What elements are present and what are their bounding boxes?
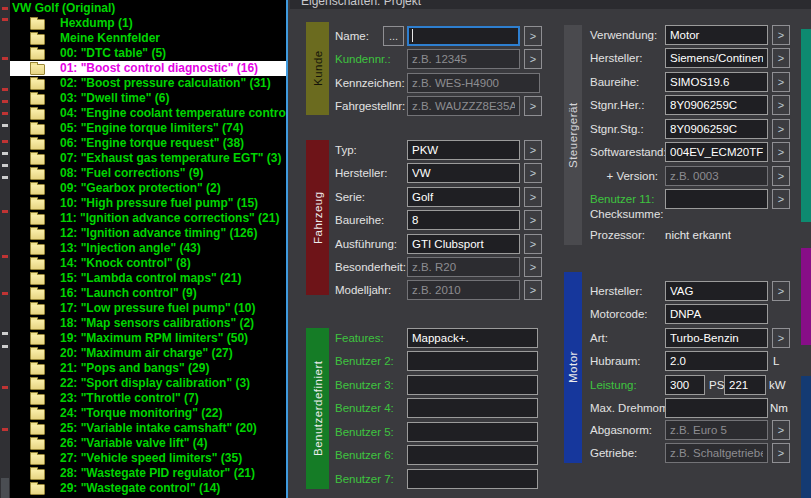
besonderheit-arrow-button[interactable]: > (524, 257, 542, 277)
prozessor-row: Prozessor: nicht erkannt (0, 225, 811, 245)
checksumme-row: Checksumme: (0, 204, 811, 224)
stgnr-her-arrow-button[interactable]: > (772, 95, 790, 115)
prozessor-value: nicht erkannt (665, 225, 731, 245)
leistung-label: Leistung: (590, 375, 637, 395)
leistung-ps-unit: PS (709, 375, 724, 395)
verwendung-arrow-button[interactable]: > (772, 25, 790, 45)
benutzer7-input[interactable] (407, 469, 538, 489)
abgasnorm-row: Abgasnorm: > (0, 420, 811, 440)
motorcode-input[interactable] (665, 304, 768, 324)
drehmoment-input[interactable] (665, 398, 768, 418)
leistung-row: Leistung: PS kW (0, 375, 811, 395)
drehmoment-unit: Nm (770, 398, 788, 418)
getriebe-row: Getriebe: > (0, 443, 811, 463)
stgnr-her-label: Stgnr.Her.: (590, 95, 644, 115)
prozessor-label: Prozessor: (590, 225, 645, 245)
motor-hersteller-label: Hersteller: (590, 281, 642, 301)
softwarestand-label: Softwarestand: (590, 142, 667, 162)
leistung-ps-input[interactable] (665, 375, 705, 395)
properties-panel-title: Eigenschaften: Projekt (290, 0, 811, 8)
scrollbar-marker (2, 7, 8, 10)
version-row: + Version: > (0, 166, 811, 186)
art-arrow-button[interactable]: > (772, 328, 790, 348)
benutzer7-label: Benutzer 7: (335, 469, 394, 489)
getriebe-label: Getriebe: (590, 443, 637, 463)
motorcode-label: Motorcode: (590, 304, 648, 324)
softwarestand-input[interactable] (665, 142, 768, 162)
drehmoment-label: Max. Drehmom. (590, 398, 672, 418)
checksumme-label: Checksumme: (590, 204, 664, 224)
getriebe-input[interactable] (665, 443, 768, 463)
steuergeraet-hersteller-row: Hersteller: > (0, 48, 811, 68)
motor-hersteller-arrow-button[interactable]: > (772, 281, 790, 301)
art-input[interactable] (665, 328, 768, 348)
properties-panel-header: Eigenschaften: Projekt (290, 0, 811, 9)
drehmoment-row: Max. Drehmom. Nm (0, 398, 811, 418)
version-arrow-button[interactable]: > (772, 166, 790, 186)
steuergeraet-hersteller-label: Hersteller: (590, 48, 642, 68)
leistung-kw-unit: kW (769, 375, 786, 395)
hubraum-row: Hubraum: L (0, 351, 811, 371)
art-row: Art: > (0, 328, 811, 348)
verwendung-label: Verwendung: (590, 25, 657, 45)
stgnr-stg-input[interactable] (665, 119, 768, 139)
hubraum-input[interactable] (665, 351, 768, 371)
abgasnorm-arrow-button[interactable]: > (772, 420, 790, 440)
steuergeraet-baureihe-label: Baureihe: (590, 72, 639, 92)
tree-item[interactable]: VW Golf (Original) (10, 1, 286, 16)
steuergeraet-baureihe-arrow-button[interactable]: > (772, 72, 790, 92)
tree-item-label: VW Golf (Original) (12, 1, 115, 15)
art-label: Art: (590, 328, 608, 348)
besonderheit-input[interactable] (407, 257, 520, 277)
besonderheit-label: Besonderheit: (335, 257, 406, 277)
leistung-kw-input[interactable] (724, 375, 766, 395)
besonderheit-row: Besonderheit: > (0, 257, 811, 277)
stgnr-stg-arrow-button[interactable]: > (772, 119, 790, 139)
steuergeraet-hersteller-arrow-button[interactable]: > (772, 48, 790, 68)
stgnr-stg-label: Stgnr.Stg.: (590, 119, 644, 139)
version-input[interactable] (665, 166, 768, 186)
steuergeraet-baureihe-input[interactable] (665, 72, 768, 92)
version-label: + Version: (588, 166, 658, 186)
abgasnorm-input[interactable] (665, 420, 768, 440)
stgnr-her-input[interactable] (665, 95, 768, 115)
verwendung-input[interactable] (665, 25, 768, 45)
verwendung-row: Verwendung: > (0, 25, 811, 45)
motorcode-row: Motorcode: (0, 304, 811, 324)
scrollbar-marker (2, 18, 8, 21)
app-window: VW Golf (Original) Hexdump (1) Meine Ken… (0, 0, 811, 498)
steuergeraet-hersteller-input[interactable] (665, 48, 768, 68)
motor-hersteller-row: Hersteller: > (0, 281, 811, 301)
hubraum-unit: L (773, 351, 779, 371)
hubraum-label: Hubraum: (590, 351, 641, 371)
softwarestand-arrow-button[interactable]: > (772, 142, 790, 162)
steuergeraet-baureihe-row: Baureihe: > (0, 72, 811, 92)
getriebe-arrow-button[interactable]: > (772, 443, 790, 463)
motor-hersteller-input[interactable] (665, 281, 768, 301)
abgasnorm-label: Abgasnorm: (590, 420, 652, 440)
softwarestand-row: Softwarestand: > (0, 142, 811, 162)
stgnr-her-row: Stgnr.Her.: > (0, 95, 811, 115)
benutzer7-row: Benutzer 7: (0, 469, 811, 489)
stgnr-stg-row: Stgnr.Stg.: > (0, 119, 811, 139)
